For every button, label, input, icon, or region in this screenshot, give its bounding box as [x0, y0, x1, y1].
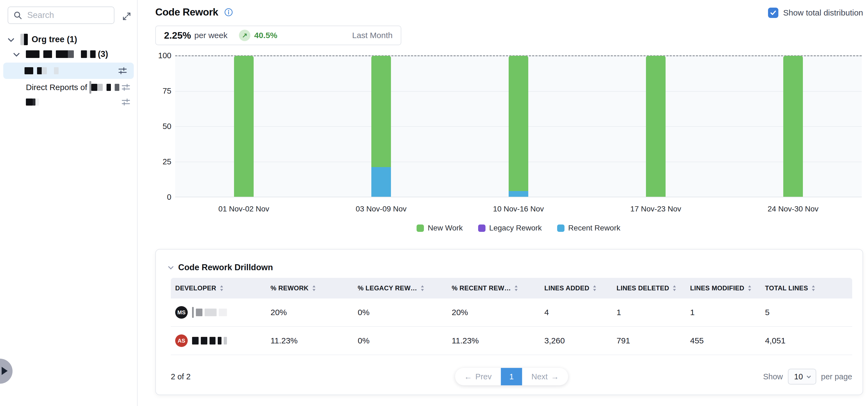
- table-footer: 2 of 2 ← Prev 1 Next → Show 10 per page: [171, 367, 852, 386]
- table-cell: 1: [612, 308, 686, 317]
- bar-slot: [724, 56, 862, 197]
- tree-item-direct-reports[interactable]: Direct Reports of: [0, 80, 137, 95]
- sort-icon[interactable]: [514, 284, 518, 292]
- tree-item-label: Org tree (1): [32, 35, 77, 44]
- prev-page-button[interactable]: ← Prev: [455, 368, 501, 385]
- column-header-developer[interactable]: DEVELOPER: [171, 284, 266, 292]
- show-total-distribution-checkbox[interactable]: [768, 8, 778, 18]
- search-box[interactable]: [8, 6, 115, 24]
- bar-segment: [509, 56, 528, 191]
- x-tick-label: 17 Nov-23 Nov: [587, 205, 724, 213]
- page-size-select[interactable]: 10: [788, 369, 816, 384]
- y-axis: 0255075100: [149, 52, 172, 204]
- tree-item-redacted[interactable]: [0, 95, 137, 109]
- y-tick-label: 25: [149, 157, 172, 166]
- column-header-lines-modified[interactable]: LINES MODIFIED: [686, 284, 761, 292]
- filter-sliders-icon[interactable]: [116, 65, 129, 77]
- page-1-button[interactable]: 1: [501, 368, 522, 385]
- redacted-text: [42, 67, 47, 74]
- chart-legend: New WorkLegacy ReworkRecent Rework: [175, 224, 862, 232]
- legend-swatch: [478, 225, 486, 232]
- table-row[interactable]: AS11.23%0%11.23%3,2607914554,051: [171, 327, 852, 355]
- redacted-text: [192, 337, 198, 344]
- pagination: ← Prev 1 Next →: [455, 368, 568, 385]
- x-tick-label: 01 Nov-02 Nov: [175, 205, 312, 213]
- column-label: LINES ADDED: [544, 284, 589, 292]
- page-size-value: 10: [794, 372, 803, 381]
- table-cell: 0%: [353, 336, 447, 345]
- sidebar-collapse-handle[interactable]: [0, 359, 12, 384]
- drilldown-header[interactable]: Code Rework Drilldown: [169, 263, 273, 272]
- table-cell: 455: [686, 336, 761, 345]
- redacted-text: [97, 84, 103, 91]
- bar-slot: [450, 56, 587, 197]
- table-cell: 791: [612, 336, 686, 345]
- sort-icon[interactable]: [811, 284, 815, 292]
- sort-icon[interactable]: [312, 284, 316, 292]
- bar-segment: [234, 56, 254, 197]
- sort-icon[interactable]: [593, 284, 597, 292]
- prev-label: Prev: [475, 372, 492, 381]
- redacted-text: [192, 307, 194, 318]
- tree-item-group[interactable]: (3): [0, 47, 137, 62]
- chevron-down-icon[interactable]: [13, 50, 20, 57]
- table-row[interactable]: MS20%0%20%4115: [171, 299, 852, 327]
- redacted-text: [219, 309, 227, 316]
- table-cell: 1: [686, 308, 761, 317]
- column-header-recent-rew[interactable]: % RECENT REW…: [447, 284, 540, 292]
- info-icon[interactable]: [224, 8, 233, 16]
- filter-sliders-icon[interactable]: [120, 81, 132, 94]
- table-body: MS20%0%20%4115AS11.23%0%11.23%3,26079145…: [171, 299, 852, 355]
- stacked-bar: [783, 56, 803, 197]
- bar-segment: [509, 191, 528, 197]
- redacted-text: [33, 99, 35, 106]
- legend-swatch: [557, 225, 564, 232]
- expand-sidebar-icon[interactable]: [121, 10, 133, 22]
- tree-item-selected[interactable]: [3, 63, 134, 79]
- period-label: Last Month: [352, 31, 393, 40]
- table-cell: 0%: [353, 308, 447, 317]
- tree-item-org-tree[interactable]: Org tree (1): [0, 32, 137, 47]
- sort-icon[interactable]: [220, 284, 224, 292]
- legend-item: Legacy Rework: [478, 224, 542, 232]
- redacted-text: [89, 81, 91, 94]
- trend-badge: ↗ 40.5%: [239, 30, 277, 41]
- tree-item-label: Direct Reports of: [26, 83, 87, 92]
- column-header-rework[interactable]: % REWORK: [266, 284, 353, 292]
- column-label: DEVELOPER: [175, 284, 216, 292]
- redacted-text: [87, 50, 90, 58]
- x-tick-label: 03 Nov-09 Nov: [312, 205, 450, 213]
- search-input[interactable]: [27, 10, 109, 21]
- redacted-text: [90, 50, 96, 58]
- code-rework-drilldown-card: Code Rework Drilldown DEVELOPER% REWORK%…: [155, 249, 863, 395]
- avatar: AS: [175, 334, 188, 347]
- redacted-text: [35, 99, 39, 106]
- bar-slot: [175, 56, 312, 197]
- column-header-total-lines[interactable]: TOTAL LINES: [761, 284, 852, 292]
- chevron-down-icon[interactable]: [168, 264, 174, 269]
- redacted-text: [210, 337, 216, 344]
- redacted-text: [201, 337, 207, 344]
- drilldown-table: DEVELOPER% REWORK% LEGACY REW…% RECENT R…: [171, 278, 852, 355]
- sort-icon[interactable]: [748, 284, 752, 292]
- tree-item-count: (3): [98, 49, 108, 59]
- column-header-legacy-rew[interactable]: % LEGACY REW…: [353, 284, 447, 292]
- legend-label: Legacy Rework: [489, 224, 542, 232]
- chevron-down-icon[interactable]: [8, 35, 14, 42]
- filter-sliders-icon[interactable]: [120, 96, 132, 108]
- sort-icon[interactable]: [421, 284, 425, 292]
- metric-value: 2.25%: [164, 30, 191, 41]
- sort-icon[interactable]: [672, 284, 677, 292]
- next-page-button[interactable]: Next →: [522, 368, 568, 385]
- column-header-lines-added[interactable]: LINES ADDED: [540, 284, 612, 292]
- redacted-text: [56, 50, 68, 58]
- column-label: LINES MODIFIED: [690, 284, 744, 292]
- column-label: % REWORK: [271, 284, 309, 292]
- legend-item: New Work: [416, 224, 463, 232]
- bar-slot: [587, 56, 724, 197]
- redacted-text: [37, 67, 42, 74]
- column-header-lines-deleted[interactable]: LINES DELETED: [612, 284, 686, 292]
- table-cell: 4,051: [761, 336, 852, 345]
- redacted-text: [218, 337, 221, 344]
- metric-unit: per week: [194, 31, 227, 40]
